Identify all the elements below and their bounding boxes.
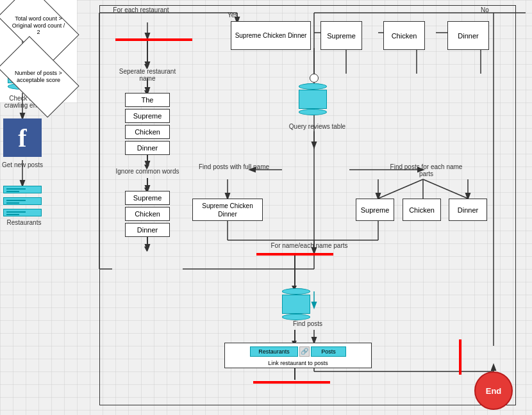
find-posts-label: Find posts	[282, 320, 333, 327]
scd-box-2: Supreme Chicken Dinner	[192, 199, 263, 221]
link-box: Restaurants 🔗 Posts Link restaurant to p…	[224, 343, 372, 368]
dinner-box-2: Dinner	[449, 199, 487, 221]
for-name-parts-label: For name/each name parts	[256, 242, 362, 249]
database-find-posts	[282, 288, 310, 320]
link-label: Link restaurant to posts	[268, 360, 328, 366]
restaurants-queue-label: Restaurants	[0, 219, 48, 226]
chicken-box-sep: Chicken	[125, 125, 170, 139]
scd-box-top: Supreme Chicken Dinner	[231, 21, 311, 50]
the-box: The	[125, 93, 170, 107]
end-node: End	[474, 371, 513, 410]
word-count-diamond: Total word count > Original word count /…	[0, 0, 77, 51]
dinner-box-ign: Dinner	[125, 223, 170, 237]
ignore-label: Ignore common words	[112, 168, 183, 175]
red-line-bottom	[253, 381, 330, 384]
chicken-top: Chicken	[383, 21, 425, 50]
supreme-box-2: Supreme	[356, 199, 394, 221]
dinner-top: Dinner	[447, 21, 489, 50]
supreme-box-sep: Supreme	[125, 109, 170, 123]
queue-box-1	[3, 186, 42, 193]
queue-box-3	[3, 209, 42, 216]
for-each-label: For each restaurant	[103, 6, 179, 13]
chicken-box-2: Chicken	[403, 199, 441, 221]
restaurants-link-box: Restaurants	[250, 346, 298, 357]
merge-circle	[310, 74, 319, 83]
database-reviews	[299, 83, 327, 115]
find-posts-full-label: Find posts with full name	[195, 163, 272, 170]
posts-link-box: Posts	[311, 346, 346, 357]
link-icon: 🔗	[299, 346, 310, 357]
queue-box-2	[3, 197, 42, 205]
no-label: No	[481, 6, 489, 13]
chicken-box-ign: Chicken	[125, 207, 170, 221]
yes-label: Yes	[228, 12, 238, 19]
get-posts-label: Get new posts	[0, 161, 45, 168]
query-reviews-label: Query reviews table	[282, 123, 353, 130]
supreme-box-ign: Supreme	[125, 191, 170, 205]
facebook-icon: f	[3, 118, 42, 157]
dinner-box-sep: Dinner	[125, 141, 170, 155]
supreme-top: Supreme	[320, 21, 362, 50]
red-line-end	[459, 339, 461, 375]
red-line-top	[115, 38, 192, 41]
find-posts-parts-label: Find posts for each name parts	[385, 163, 468, 177]
